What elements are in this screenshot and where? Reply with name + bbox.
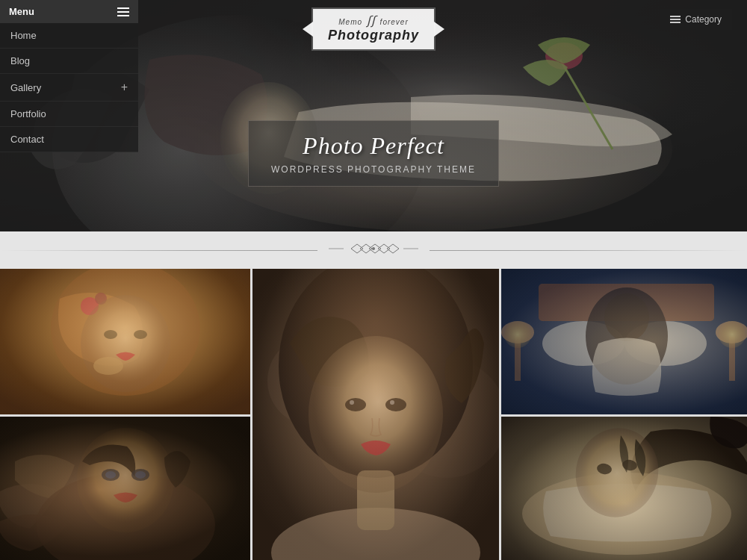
divider-ornament [329, 246, 418, 262]
gallery-item-2[interactable] [252, 269, 499, 560]
ornament-svg [329, 238, 418, 259]
nav-item-home[interactable]: Home [0, 23, 138, 49]
nav-item-contact[interactable]: Contact [0, 127, 138, 152]
brand-line1: Memo [338, 18, 362, 26]
menu-label: Menu [9, 6, 34, 17]
nav-item-gallery-label: Gallery [10, 82, 41, 93]
category-label: Category [685, 14, 722, 25]
menu-header[interactable]: Menu [0, 0, 138, 23]
nav-item-portfolio-label: Portfolio [10, 108, 46, 119]
hero-subtitle: WordPress Photography Theme [271, 164, 476, 175]
brand-line2: forever [380, 18, 409, 26]
category-button[interactable]: Category [660, 9, 732, 30]
gallery-item-4[interactable] [0, 417, 250, 560]
nav-menu: Menu Home Blog Gallery + Portfolio Conta… [0, 0, 138, 152]
svg-marker-12 [351, 244, 363, 253]
logo-container: Memo ʃʃ forever Photography [311, 7, 436, 51]
nav-item-home-label: Home [10, 30, 37, 41]
logo-box[interactable]: Memo ʃʃ forever Photography [311, 7, 436, 51]
nav-item-gallery[interactable]: Gallery + [0, 74, 138, 102]
svg-rect-8 [670, 19, 681, 20]
nav-item-blog-label: Blog [10, 55, 30, 66]
svg-marker-16 [387, 244, 399, 253]
logo-photography-text: Photography [328, 28, 419, 43]
hamburger-icon[interactable] [117, 7, 129, 16]
divider-section [0, 231, 747, 269]
nav-item-blog[interactable]: Blog [0, 49, 138, 74]
hero-title: Photo Perfect [271, 132, 476, 160]
gallery-item-3[interactable] [501, 269, 747, 414]
gallery-section [0, 269, 747, 560]
svg-point-17 [372, 247, 375, 250]
list-icon [670, 16, 681, 23]
hero-text-block: Photo Perfect WordPress Photography Them… [248, 120, 499, 187]
gallery-item-5[interactable] [501, 417, 747, 560]
brand-swirl: ʃʃ [367, 14, 376, 27]
svg-rect-9 [670, 22, 681, 23]
svg-marker-13 [360, 244, 372, 253]
hero-section: Menu Home Blog Gallery + Portfolio Conta… [0, 0, 747, 231]
gallery-item-1[interactable] [0, 269, 250, 414]
nav-item-portfolio[interactable]: Portfolio [0, 102, 138, 127]
nav-item-contact-label: Contact [10, 134, 44, 145]
gallery-expand-icon[interactable]: + [121, 81, 128, 94]
nav-items-list: Home Blog Gallery + Portfolio Contact [0, 23, 138, 152]
svg-marker-15 [378, 244, 390, 253]
svg-rect-7 [670, 16, 681, 17]
logo-brand-text: Memo ʃʃ forever [328, 13, 419, 28]
